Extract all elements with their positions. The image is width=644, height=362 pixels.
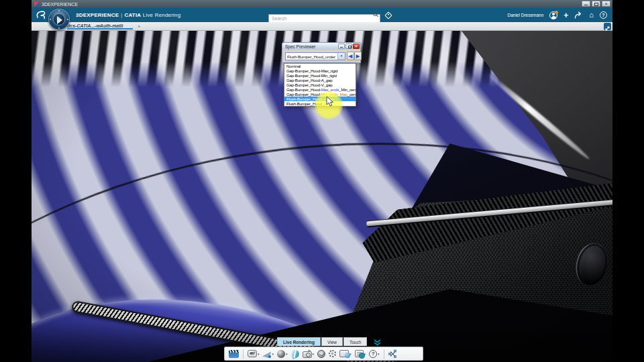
camera-button[interactable]: ▾ bbox=[302, 348, 315, 359]
brand-catia: CATIA bbox=[124, 12, 141, 18]
view-tab-strip: Live RenderingViewTouch bbox=[277, 337, 368, 346]
scene-display-button[interactable]: ▾ bbox=[339, 348, 352, 359]
spec-option-list: NominalGap-Bumper_Hood-Max_rigidGap-Bump… bbox=[284, 63, 356, 107]
dialog-title-bar[interactable]: Spec Previewer × bbox=[282, 42, 361, 50]
settings-gear-icon bbox=[329, 350, 336, 357]
next-spec-button[interactable]: ▶ bbox=[354, 52, 362, 60]
environment-icon bbox=[248, 350, 257, 357]
document-tab[interactable]: dcs-CATIA...-wAuth-matli bbox=[67, 23, 123, 28]
caret-down-icon: ▾ bbox=[378, 352, 380, 356]
spec-combo-box[interactable]: Flush-Bumper_Hood_under ▼ bbox=[285, 52, 345, 60]
lighting-icon bbox=[263, 350, 272, 358]
brand-title: 3DEXPERIENCE|CATIA Live Rendering bbox=[76, 12, 180, 18]
materials-button[interactable]: ▾ bbox=[276, 348, 288, 359]
share-arrow-icon[interactable] bbox=[574, 11, 583, 19]
batch-render-icon bbox=[355, 350, 364, 357]
caret-down-icon: ▾ bbox=[313, 352, 315, 356]
document-tab-bar: dcs-CATIA...-wAuth-matli + bbox=[32, 22, 612, 31]
app-header: 3DEXPERIENCE|CATIA Live Rendering Daniel… bbox=[32, 8, 612, 22]
help-button[interactable]: ?▾ bbox=[368, 348, 380, 359]
environment-button[interactable]: ▾ bbox=[247, 348, 260, 359]
user-name: Daniel Dresemann bbox=[507, 13, 543, 17]
spec-option[interactable]: Gap-Bumper_Hood-Min_ends_Max_center bbox=[284, 92, 356, 97]
toolbar-separator bbox=[243, 349, 244, 359]
render-toolbar: ▾▾▾▾▾▾?▾ bbox=[224, 347, 423, 361]
spec-option[interactable]: Nominal bbox=[284, 64, 356, 68]
new-tab-button[interactable]: + bbox=[138, 23, 141, 29]
brand-3dexperience: 3DEXPERIENCE bbox=[76, 12, 119, 18]
combo-dropdown-icon[interactable]: ▼ bbox=[337, 53, 345, 60]
avatar-icon[interactable] bbox=[549, 11, 557, 19]
close-button[interactable]: × bbox=[602, 1, 610, 7]
spec-combo-value: Flush-Bumper_Hood_under bbox=[286, 54, 337, 59]
help-icon: ? bbox=[369, 350, 377, 358]
tab-live-rendering[interactable]: Live Rendering bbox=[277, 337, 321, 346]
notification-dot bbox=[555, 11, 558, 14]
dialog-title: Spec Previewer bbox=[285, 44, 338, 49]
share-button[interactable] bbox=[388, 348, 398, 359]
dialog-maximize-button[interactable] bbox=[345, 44, 352, 49]
tab-touch[interactable]: Touch bbox=[343, 337, 367, 346]
spec-option[interactable]: Gap-Bumper_Hood-V_gap bbox=[284, 82, 356, 87]
search-icon[interactable] bbox=[373, 12, 377, 16]
materials-icon bbox=[277, 350, 285, 358]
camera-icon bbox=[303, 351, 312, 358]
render-button[interactable] bbox=[317, 348, 326, 359]
caret-down-icon: ▾ bbox=[258, 352, 260, 356]
expand-window-button[interactable] bbox=[604, 23, 611, 30]
scene-display-icon bbox=[339, 350, 349, 357]
batch-render-button[interactable]: ▾ bbox=[354, 348, 367, 359]
render-toolbar-items: ▾▾▾▾▾▾?▾ bbox=[228, 348, 419, 359]
help-icon[interactable]: ? bbox=[600, 11, 607, 19]
animation-clapper-icon bbox=[229, 350, 239, 358]
compass-icon[interactable] bbox=[48, 9, 70, 30]
shading-button[interactable] bbox=[290, 348, 300, 359]
share-icon bbox=[388, 350, 397, 358]
app-icon bbox=[34, 2, 39, 7]
tab-view[interactable]: View bbox=[321, 337, 343, 346]
os-window-title: 3DEXPERIENCE bbox=[42, 2, 78, 7]
add-button[interactable]: + bbox=[564, 11, 568, 19]
restore-button[interactable] bbox=[592, 1, 600, 7]
play-icon bbox=[57, 16, 62, 24]
settings-gear-button[interactable] bbox=[328, 348, 337, 359]
tag-icon[interactable] bbox=[384, 11, 392, 19]
chevron-down-icon[interactable] bbox=[373, 339, 382, 346]
dialog-body: Flush-Bumper_Hood_under ▼ ◀ ▶ bbox=[282, 50, 361, 63]
spec-option[interactable]: Gap-Bumper_Hood-Max_rigid bbox=[284, 68, 356, 73]
brand-app-name: Live Rendering bbox=[143, 12, 181, 18]
lighting-button[interactable]: ▾ bbox=[262, 348, 275, 359]
dialog-close-button[interactable]: × bbox=[353, 44, 360, 49]
render-icon bbox=[317, 350, 325, 358]
spec-option[interactable]: Flush-Bumper_Hood_under bbox=[284, 97, 356, 101]
spec-previewer-dialog: Spec Previewer × Flush-Bumper_Hood_under… bbox=[282, 42, 361, 63]
os-title-bar: 3DEXPERIENCE × bbox=[32, 0, 612, 8]
search-bar bbox=[268, 11, 380, 19]
caret-down-icon: ▾ bbox=[286, 352, 288, 356]
home-icon[interactable]: ⌂ bbox=[589, 11, 594, 19]
dialog-minimize-button[interactable] bbox=[338, 44, 345, 49]
spec-option[interactable]: Gap-Bumper_Hood-Max_ends_Min_center bbox=[284, 87, 356, 92]
animation-clapper-button[interactable] bbox=[228, 348, 239, 359]
spec-option[interactable]: Gap-Bumper_Hood-Min_rigid bbox=[284, 73, 356, 78]
minimize-button[interactable] bbox=[582, 1, 590, 7]
spec-option[interactable]: Gap-Bumper_Hood-A_gap bbox=[284, 78, 356, 82]
active-tab-underline bbox=[67, 28, 133, 29]
screen: 3DEXPERIENCE × 3DEXPERIENCE|CATIA bbox=[0, 0, 644, 362]
shading-icon bbox=[290, 349, 300, 359]
spec-option[interactable]: Flush-Bumper_Hood_over bbox=[284, 101, 356, 106]
3ds-logo bbox=[36, 10, 48, 20]
toolbar-separator bbox=[384, 349, 384, 359]
previous-spec-button[interactable]: ◀ bbox=[347, 52, 354, 60]
caret-down-icon: ▾ bbox=[272, 352, 274, 356]
